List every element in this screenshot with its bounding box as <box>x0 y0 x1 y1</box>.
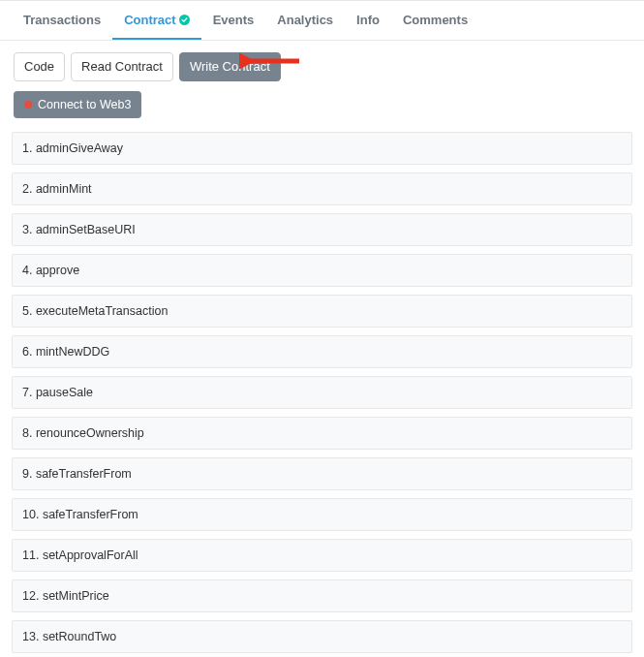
write-functions-list: 1. adminGiveAway 2. adminMint 3. adminSe… <box>0 132 644 657</box>
function-row[interactable]: 13. setRoundTwo <box>12 620 632 653</box>
fn-name: pauseSale <box>36 386 93 399</box>
tab-events[interactable]: Events <box>201 1 266 40</box>
main-tabs: Transactions Contract Events Analytics I… <box>0 0 644 41</box>
function-row[interactable]: 8. renounceOwnership <box>12 417 632 450</box>
fn-index: 1. <box>22 141 32 155</box>
function-row[interactable]: 10. safeTransferFrom <box>12 498 632 531</box>
verified-check-icon <box>179 15 190 25</box>
connect-web3-button[interactable]: Connect to Web3 <box>14 91 141 118</box>
fn-index: 6. <box>22 345 32 359</box>
fn-index: 7. <box>22 386 32 399</box>
function-row[interactable]: 1. adminGiveAway <box>12 132 632 165</box>
code-button[interactable]: Code <box>14 52 65 81</box>
fn-index: 11. <box>22 548 39 562</box>
fn-name: setRoundTwo <box>43 630 116 643</box>
fn-index: 8. <box>22 426 32 440</box>
tab-label: Info <box>356 13 380 27</box>
tab-info[interactable]: Info <box>345 1 391 40</box>
fn-name: safeTransferFrom <box>36 467 132 481</box>
fn-name: adminGiveAway <box>36 141 123 155</box>
tab-label: Analytics <box>277 13 333 27</box>
fn-name: setApprovalForAll <box>43 548 138 562</box>
fn-name: executeMetaTransaction <box>36 304 168 318</box>
contract-sub-tabs: Code Read Contract Write Contract <box>0 41 644 91</box>
fn-index: 4. <box>22 264 32 277</box>
function-row[interactable]: 12. setMintPrice <box>12 579 632 612</box>
fn-name: safeTransferFrom <box>43 508 138 521</box>
tab-label: Comments <box>403 13 468 27</box>
function-row[interactable]: 3. adminSetBaseURI <box>12 213 632 246</box>
connect-section: Connect to Web3 <box>0 91 644 132</box>
fn-name: approve <box>36 264 79 277</box>
tab-comments[interactable]: Comments <box>391 1 479 40</box>
fn-index: 5. <box>22 304 32 318</box>
tab-analytics[interactable]: Analytics <box>265 1 345 40</box>
function-row[interactable]: 2. adminMint <box>12 172 632 205</box>
tab-contract[interactable]: Contract <box>112 1 200 40</box>
status-dot-icon <box>24 101 32 109</box>
function-row[interactable]: 6. mintNewDDG <box>12 335 632 368</box>
function-row[interactable]: 11. setApprovalForAll <box>12 539 632 572</box>
tab-label: Events <box>213 13 255 27</box>
svg-point-0 <box>179 15 190 25</box>
fn-index: 13. <box>22 630 39 643</box>
function-row[interactable]: 7. pauseSale <box>12 376 632 409</box>
fn-name: adminSetBaseURI <box>36 223 136 236</box>
function-row[interactable]: 4. approve <box>12 254 632 287</box>
fn-name: renounceOwnership <box>36 426 144 440</box>
tab-label: Transactions <box>23 13 101 27</box>
function-row[interactable]: 9. safeTransferFrom <box>12 457 632 490</box>
fn-index: 3. <box>22 223 32 236</box>
fn-name: setMintPrice <box>43 589 109 603</box>
read-contract-button[interactable]: Read Contract <box>71 52 173 81</box>
fn-index: 9. <box>22 467 32 481</box>
tab-label: Contract <box>124 13 175 27</box>
write-contract-button[interactable]: Write Contract <box>179 52 281 81</box>
tab-transactions[interactable]: Transactions <box>12 1 112 40</box>
fn-index: 12. <box>22 589 39 603</box>
function-row[interactable]: 5. executeMetaTransaction <box>12 295 632 328</box>
fn-name: mintNewDDG <box>36 345 109 359</box>
connect-label: Connect to Web3 <box>38 98 131 111</box>
fn-index: 10. <box>22 508 39 521</box>
fn-index: 2. <box>22 182 32 196</box>
fn-name: adminMint <box>36 182 92 196</box>
